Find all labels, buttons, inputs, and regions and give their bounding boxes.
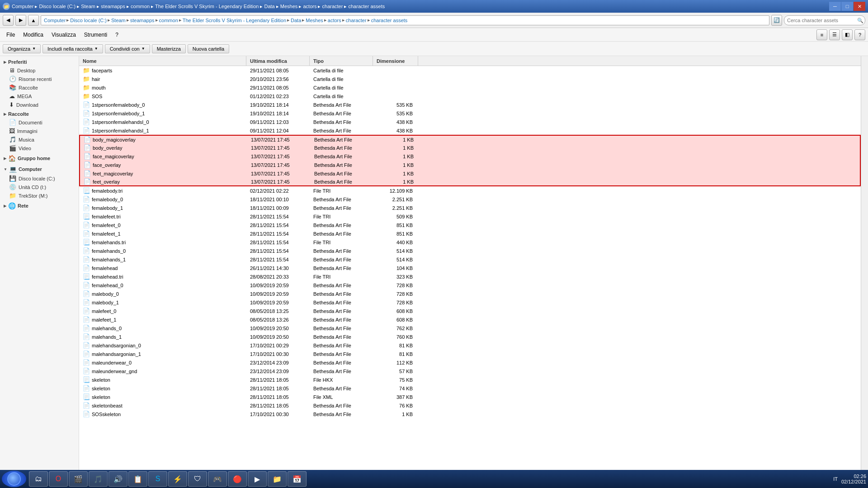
sidebar-item-cdi[interactable]: 💿 Unità CD (I:)	[0, 183, 79, 191]
taskbar-audio[interactable]: 🔊	[108, 471, 127, 487]
condividi-button[interactable]: Condividi con ▼	[105, 44, 150, 53]
list-item[interactable]: 📄 maleunderwear_0 23/12/2014 23:09 Bethe…	[79, 358, 861, 367]
taskbar-security[interactable]: 🛡	[188, 471, 207, 487]
list-item[interactable]: 📄 1stpersonfemalehandsI_0 09/11/2021 12:…	[79, 118, 861, 126]
menu-strumenti[interactable]: Strumenti	[80, 31, 111, 39]
gruppohome-header[interactable]: ▶ 🏠 Gruppo home	[0, 153, 79, 163]
taskbar-fluent[interactable]: 🔴	[228, 471, 247, 487]
sidebar-item-musica[interactable]: 🎵 Musica	[0, 135, 79, 144]
col-header-name[interactable]: Nome	[79, 56, 246, 66]
sidebar-item-video[interactable]: 🎬 Video	[0, 144, 79, 152]
computer-header[interactable]: ▼ 💻 Computer	[0, 164, 79, 174]
close-button[interactable]: ✕	[854, 2, 865, 11]
list-item[interactable]: 📁 faceparts 29/11/2021 08:05 Cartella di…	[79, 66, 861, 75]
list-item[interactable]: 📄 femalefeet_0 28/11/2021 15:54 Bethesda…	[79, 221, 861, 229]
list-item[interactable]: 📄 femalebody_1 18/11/2021 00:09 Bethesda…	[79, 204, 861, 212]
col-header-date[interactable]: Ultima modifica	[246, 56, 310, 66]
list-item[interactable]: 📁 SOS 01/12/2021 02:23 Cartella di file	[79, 92, 861, 100]
list-item[interactable]: 📄 1stpersonfemalebody_1 19/10/2021 18:14…	[79, 109, 861, 118]
sidebar-item-immagini[interactable]: 🖼 Immagini	[0, 127, 79, 135]
breadcrumb-bar[interactable]: Computer ▸ Disco locale (C:) ▸ Steam ▸ s…	[41, 15, 769, 25]
scrollbar[interactable]	[861, 56, 868, 474]
list-item[interactable]: 📄 femalehead 26/11/2021 14:30 Bethesda A…	[79, 264, 861, 272]
up-button[interactable]: ▲	[28, 15, 39, 26]
list-item[interactable]: 📄 1stpersonfemalehandsI_1 09/11/2021 12:…	[79, 126, 861, 135]
breadcrumb-character[interactable]: character	[346, 18, 367, 23]
masterizza-button[interactable]: Masterizza	[152, 44, 186, 53]
list-item[interactable]: 📄 femalehands_0 28/11/2021 15:54 Bethesd…	[79, 246, 861, 255]
minimize-button[interactable]: ─	[829, 2, 841, 11]
list-item[interactable]: 📄 face_magicoverlay 13/07/2021 17:45 Bet…	[79, 152, 861, 161]
breadcrumb-assets[interactable]: character assets	[371, 18, 408, 23]
list-item[interactable]: 📃 skeleton 28/11/2021 18:05 File HKX 75 …	[79, 375, 861, 384]
search-input[interactable]	[784, 15, 865, 25]
menu-visualizza[interactable]: Visualizza	[48, 31, 80, 39]
view-list[interactable]: ≡	[816, 29, 827, 40]
list-item[interactable]: 📄 femalefeet_1 28/11/2021 15:54 Bethesda…	[79, 229, 861, 238]
taskbar-media[interactable]: 🎬	[69, 471, 88, 487]
breadcrumb-common[interactable]: common	[159, 18, 178, 23]
list-item[interactable]: 📄 SOSskeleton 17/10/2021 00:30 Bethesda …	[79, 410, 861, 418]
list-item[interactable]: 📄 femalehands_1 28/11/2021 15:54 Bethesd…	[79, 255, 861, 264]
breadcrumb-computer[interactable]: Computer	[44, 18, 66, 23]
help-button[interactable]: ?	[854, 29, 865, 40]
list-item[interactable]: 📃 femalebody.tri 02/12/2021 02:22 File T…	[79, 186, 861, 195]
list-item[interactable]: 📄 femalehead_0 10/09/2019 20:59 Bethesda…	[79, 281, 861, 289]
list-item[interactable]: 📁 hair 20/10/2021 23:56 Cartella di file	[79, 75, 861, 83]
view-details[interactable]: ☰	[829, 29, 840, 40]
list-item[interactable]: 📄 body_overlay 13/07/2021 17:45 Bethesda…	[79, 143, 861, 152]
col-header-type[interactable]: Tipo	[310, 56, 373, 66]
taskbar-skype[interactable]: S	[148, 471, 167, 487]
refresh-button[interactable]: 🔄	[771, 15, 782, 26]
taskbar-explorer[interactable]: 🗂	[29, 471, 48, 487]
sidebar-item-documenti[interactable]: 📄 Documenti	[0, 118, 79, 127]
list-item[interactable]: 📄 face_overlay 13/07/2021 17:45 Bethesda…	[79, 161, 861, 169]
list-item[interactable]: 📃 skeleton 28/11/2021 18:05 File XML 387…	[79, 393, 861, 401]
sidebar-item-desktop[interactable]: 🖥 Desktop	[0, 66, 79, 75]
favorites-header[interactable]: ▶ Preferiti	[0, 58, 79, 66]
menu-file[interactable]: File	[3, 31, 19, 39]
breadcrumb-disk[interactable]: Disco locale (C:)	[70, 18, 107, 23]
list-item[interactable]: 📄 1stpersonfemalebody_0 19/10/2021 18:14…	[79, 100, 861, 109]
list-item[interactable]: 📄 malehands_1 10/09/2019 20:50 Bethesda …	[79, 332, 861, 341]
list-item[interactable]: 📄 feet_magicoverlay 13/07/2021 17:45 Bet…	[79, 169, 861, 178]
hide-panel[interactable]: ◧	[842, 29, 853, 40]
list-item[interactable]: 📄 body_magicoverlay 13/07/2021 17:45 Bet…	[79, 135, 861, 143]
list-item[interactable]: 📄 malebody_0 10/09/2019 20:59 Bethesda A…	[79, 289, 861, 298]
breadcrumb-game[interactable]: The Elder Scrolls V Skyrim - Legendary E…	[183, 18, 286, 23]
sidebar-item-download[interactable]: ⬇ Download	[0, 100, 79, 109]
list-item[interactable]: 📄 malehands_0 10/09/2019 20:50 Bethesda …	[79, 324, 861, 332]
taskbar-player[interactable]: ▶	[248, 471, 267, 487]
raccolte-header[interactable]: ▶ Raccolte	[0, 110, 79, 118]
taskbar-nmm[interactable]: ⚡	[168, 471, 187, 487]
taskbar-xbox[interactable]: 🎮	[208, 471, 227, 487]
list-item[interactable]: 📁 mouth 29/11/2021 08:05 Cartella di fil…	[79, 83, 861, 92]
list-item[interactable]: 📄 skeleton 28/11/2021 18:05 Bethesda Art…	[79, 384, 861, 393]
list-item[interactable]: 📄 feet_overlay 13/07/2021 17:45 Bethesda…	[79, 178, 861, 186]
breadcrumb-data[interactable]: Data	[291, 18, 301, 23]
organizza-button[interactable]: Organizza ▼	[3, 44, 41, 53]
taskbar-freecommander[interactable]: 📋	[128, 471, 147, 487]
taskbar-mediaplayer[interactable]: 🎵	[89, 471, 108, 487]
list-item[interactable]: 📄 malebody_1 10/09/2019 20:59 Bethesda A…	[79, 298, 861, 307]
list-item[interactable]: 📄 malehandsargonian_1 17/10/2021 00:30 B…	[79, 350, 861, 358]
maximize-button[interactable]: □	[841, 2, 853, 11]
list-item[interactable]: 📃 femalehead.tri 28/08/2021 20:33 File T…	[79, 272, 861, 281]
list-item[interactable]: 📄 malefeet_1 08/05/2018 13:26 Bethesda A…	[79, 315, 861, 324]
breadcrumb-steamapps[interactable]: steamapps	[130, 18, 155, 23]
search-button[interactable]: 🔍	[857, 17, 863, 23]
sidebar-item-mega[interactable]: ☁ MEGA	[0, 92, 79, 100]
includi-button[interactable]: Includi nella raccolta ▼	[42, 44, 103, 53]
forward-button[interactable]: ▶	[15, 15, 26, 26]
rete-header[interactable]: ▶ 🌐 Rete	[0, 201, 79, 211]
list-item[interactable]: 📄 malefeet_0 08/05/2018 13:25 Bethesda A…	[79, 307, 861, 315]
menu-help[interactable]: ?	[112, 31, 122, 39]
list-item[interactable]: 📄 skeletonbeast 28/11/2021 18:05 Bethesd…	[79, 401, 861, 410]
breadcrumb-meshes[interactable]: Meshes	[306, 18, 323, 23]
taskbar-filemanager[interactable]: 📁	[268, 471, 287, 487]
sidebar-item-diskc[interactable]: 💾 Disco locale (C:)	[0, 174, 79, 183]
taskbar-calendar[interactable]: 📅	[288, 471, 307, 487]
list-item[interactable]: 📄 maleunderwear_gnd 23/12/2014 23:09 Bet…	[79, 367, 861, 375]
list-item[interactable]: 📃 femalehands.tri 28/11/2021 15:54 File …	[79, 238, 861, 246]
menu-modifica[interactable]: Modifica	[19, 31, 47, 39]
